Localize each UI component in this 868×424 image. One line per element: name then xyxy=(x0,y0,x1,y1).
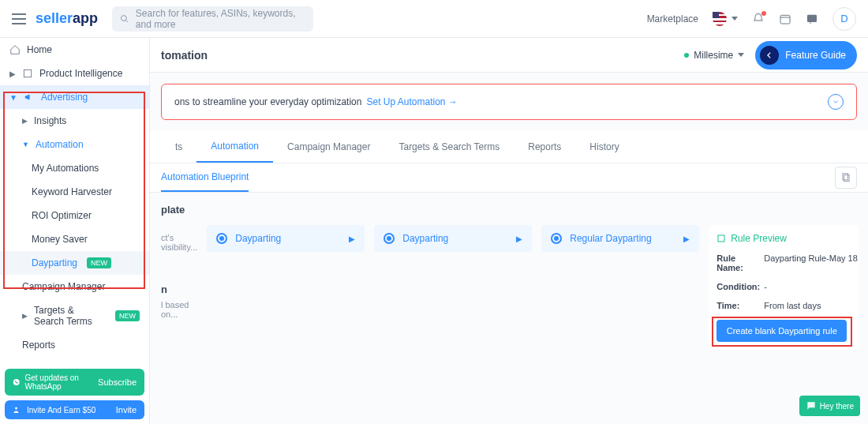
main-content: tomation Millesime Feature Guide xyxy=(150,38,868,424)
home-icon xyxy=(9,44,21,55)
svg-rect-6 xyxy=(843,174,847,180)
top-header: sellerapp Search for features, ASINs, ke… xyxy=(0,0,868,38)
notifications-icon[interactable] xyxy=(752,13,765,25)
status-dot-icon xyxy=(684,53,689,58)
new-badge: NEW xyxy=(87,257,111,268)
box-icon xyxy=(22,68,33,79)
whatsapp-subscribe-button[interactable]: Get updates on WhatsApp Subscribe xyxy=(5,369,144,396)
banner-text: ons to streamline your everyday optimiza… xyxy=(174,96,361,107)
svg-rect-2 xyxy=(807,14,817,21)
sidebar-item-automation[interactable]: ▼ Automation xyxy=(0,133,149,156)
logo[interactable]: sellerapp xyxy=(36,10,98,27)
marketplace-label: Marketplace xyxy=(647,13,698,24)
tab-automation[interactable]: Automation xyxy=(196,131,273,163)
chat-label: Hey there xyxy=(820,402,854,411)
expand-icon: ▶ xyxy=(22,312,28,320)
tab-fragment[interactable]: ts xyxy=(161,132,196,162)
card-label: Regular Dayparting xyxy=(570,233,651,244)
sidebar-item-my-automations[interactable]: My Automations xyxy=(0,156,149,180)
svg-rect-8 xyxy=(718,235,724,242)
sidebar-item-reports[interactable]: Reports xyxy=(0,333,149,357)
dayparting-card-1[interactable]: Dayparting ▶ xyxy=(207,225,365,252)
text-fragment: l based on... xyxy=(161,300,197,319)
tabs: ts Automation Campaign Manager Targets &… xyxy=(150,131,868,163)
radio-icon xyxy=(383,233,395,244)
sidebar-item-advertising[interactable]: ▼ Advertising xyxy=(0,85,149,109)
sidebar-item-roi-optimizer[interactable]: ROI Optimizer xyxy=(0,204,149,227)
dayparting-card-3[interactable]: Regular Dayparting ▶ xyxy=(541,225,699,252)
sidebar-item-keyword-harvester[interactable]: Keyword Harvester xyxy=(0,180,149,204)
sidebar-label: Keyword Harvester xyxy=(32,186,112,197)
copy-icon[interactable] xyxy=(835,167,857,189)
tab-reports[interactable]: Reports xyxy=(514,132,575,162)
card-label: Dayparting xyxy=(235,233,281,244)
sidebar-item-campaign-manager[interactable]: Campaign Manager xyxy=(0,275,149,298)
sidebar-item-product-intelligence[interactable]: ▶ Product Intelligence xyxy=(0,62,149,85)
time-value: From last days xyxy=(764,301,821,310)
setup-automation-link[interactable]: Set Up Automation → xyxy=(366,96,457,107)
us-flag-icon xyxy=(713,12,727,26)
avatar[interactable]: D xyxy=(832,7,856,31)
sidebar-label: Insights xyxy=(34,115,66,126)
account-selector[interactable]: Millesime xyxy=(684,50,744,61)
expand-banner-icon[interactable] xyxy=(828,94,844,110)
expand-icon: ▶ xyxy=(9,69,16,78)
tab-campaign-manager[interactable]: Campaign Manager xyxy=(273,132,384,162)
rule-preview-panel: Rule Preview Rule Name: Dayparting Rule-… xyxy=(709,225,859,350)
condition-label: Condition: xyxy=(716,282,764,291)
chevron-down-icon xyxy=(731,17,738,21)
dayparting-card-2[interactable]: Dayparting ▶ xyxy=(374,225,532,252)
marketplace-selector[interactable] xyxy=(713,12,738,26)
sidebar-item-home[interactable]: Home xyxy=(0,38,149,62)
setup-banner: ons to streamline your everyday optimiza… xyxy=(161,84,857,120)
condition-value: - xyxy=(764,282,767,291)
new-badge: NEW xyxy=(115,310,140,321)
hamburger-menu-icon[interactable] xyxy=(12,13,28,24)
chevron-down-icon xyxy=(738,53,744,57)
text-fragment: ct's visibility... xyxy=(161,233,197,252)
svg-rect-3 xyxy=(24,69,31,77)
collapse-icon: ▼ xyxy=(9,93,17,102)
sidebar-item-money-saver[interactable]: Money Saver xyxy=(0,227,149,251)
sidebar-item-dayparting[interactable]: Dayparting NEW xyxy=(0,251,149,275)
feature-guide-button[interactable]: Feature Guide xyxy=(755,41,857,69)
time-label: Time: xyxy=(716,301,764,310)
announcement-icon[interactable] xyxy=(806,13,818,25)
logo-part1: seller xyxy=(36,10,73,26)
search-placeholder: Search for features, ASINs, keywords, an… xyxy=(136,8,305,30)
sidebar-label: Automation xyxy=(36,139,84,150)
preview-title: Rule Preview xyxy=(716,233,859,244)
card-label: Dayparting xyxy=(402,233,448,244)
chat-icon xyxy=(806,400,817,411)
account-label: Millesime xyxy=(694,50,733,61)
promo-action: Subscribe xyxy=(98,377,137,387)
promo-label: Invite And Earn $50 xyxy=(27,406,95,415)
svg-point-0 xyxy=(122,15,127,21)
svg-rect-7 xyxy=(844,175,849,182)
calendar-icon[interactable] xyxy=(779,13,791,25)
sidebar-item-insights[interactable]: ▶ Insights xyxy=(0,109,149,133)
sidebar: Home ▶ Product Intelligence ▼ Advertisin… xyxy=(0,38,150,424)
text-fragment: n xyxy=(161,283,197,295)
tab-history[interactable]: History xyxy=(575,132,633,162)
promo-action: Invite xyxy=(116,405,137,415)
rule-name-label: Rule Name: xyxy=(716,253,764,272)
tab-targets[interactable]: Targets & Search Terms xyxy=(384,132,514,162)
subtabs: Automation Blueprint xyxy=(150,163,868,193)
radio-icon xyxy=(216,233,227,244)
chevron-right-icon: ▶ xyxy=(349,235,355,243)
create-dayparting-rule-button[interactable]: Create blank Dayparting rule xyxy=(716,320,847,342)
search-input[interactable]: Search for features, ASINs, keywords, an… xyxy=(112,6,313,32)
sidebar-label: Campaign Manager xyxy=(22,281,105,292)
megaphone-icon xyxy=(24,92,35,103)
collapse-icon: ▼ xyxy=(22,141,29,148)
subtab-automation-blueprint[interactable]: Automation Blueprint xyxy=(161,163,249,192)
chat-widget[interactable]: Hey there xyxy=(799,396,860,416)
feature-guide-label: Feature Guide xyxy=(785,50,846,61)
sidebar-label: Targets & Search Terms xyxy=(34,305,106,327)
rule-name-value: Dayparting Rule-May 18 xyxy=(764,253,858,272)
section-title-fragment: plate xyxy=(161,204,857,216)
sidebar-label: My Automations xyxy=(32,163,99,174)
invite-button[interactable]: Invite And Earn $50 Invite xyxy=(5,400,144,419)
sidebar-item-targets[interactable]: ▶ Targets & Search Terms NEW xyxy=(0,298,149,333)
